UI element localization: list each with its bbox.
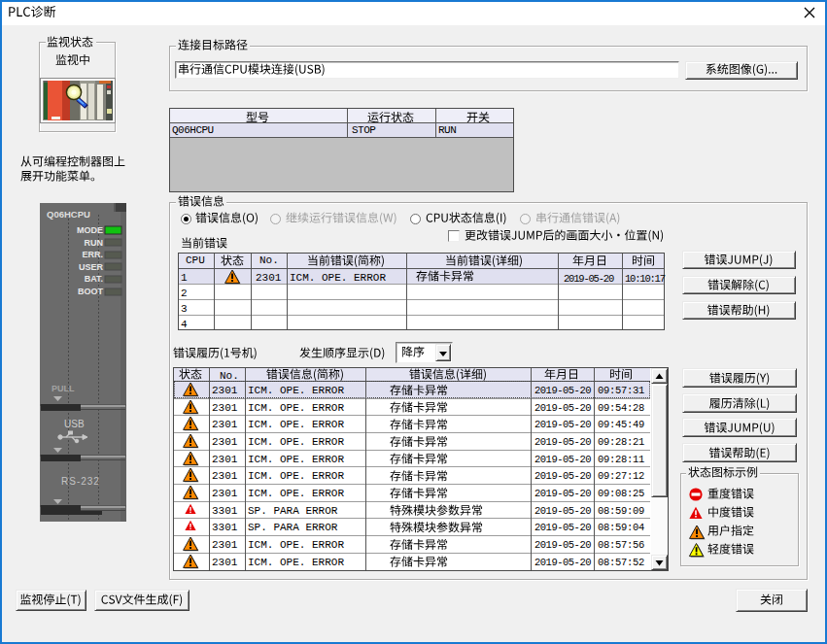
svg-text:Q06HCPU: Q06HCPU bbox=[47, 209, 90, 220]
svg-text:RS-232: RS-232 bbox=[61, 476, 100, 487]
svg-text:USER: USER bbox=[79, 262, 104, 272]
svg-text:RUN: RUN bbox=[85, 238, 104, 248]
svg-text:BOOT: BOOT bbox=[78, 287, 104, 296]
svg-text:MODE: MODE bbox=[77, 225, 103, 235]
svg-text:USB: USB bbox=[64, 419, 85, 429]
svg-text:BAT.: BAT. bbox=[85, 274, 103, 284]
svg-text:ERR.: ERR. bbox=[82, 250, 103, 259]
svg-text:PULL: PULL bbox=[52, 384, 75, 393]
